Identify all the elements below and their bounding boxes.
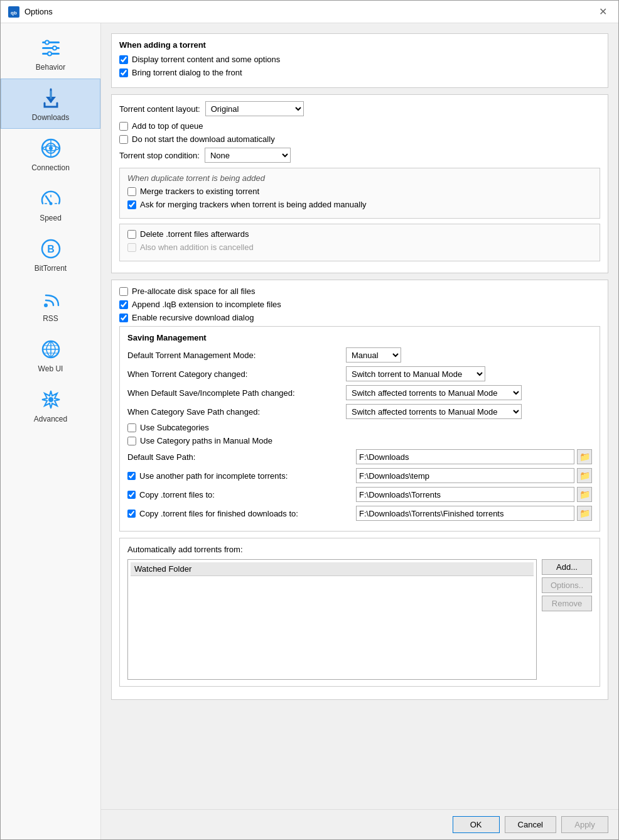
saving-management-title: Saving Management: [127, 333, 592, 342]
merge-trackers-checkbox[interactable]: [127, 187, 136, 196]
copy-torrent-finished-row: Copy .torrent files for finished downloa…: [127, 506, 592, 521]
enable-recursive-label: Enable recursive download dialog: [132, 313, 254, 322]
speed-icon: [38, 186, 63, 211]
display-content-row: Display torrent content and some options: [119, 55, 600, 64]
scroll-padding: [111, 706, 608, 769]
saving-management-section: Saving Management Default Torrent Manage…: [119, 326, 600, 532]
no-auto-start-checkbox[interactable]: [119, 135, 128, 144]
title-bar: qb Options ✕: [1, 1, 618, 23]
advanced-icon: [38, 387, 63, 412]
stop-condition-row: Torrent stop condition: None Metadata re…: [119, 148, 600, 163]
another-path-browse[interactable]: 📁: [577, 468, 592, 483]
default-save-path-row: Default Save Path: 📁: [127, 449, 592, 464]
connection-icon: [38, 136, 63, 161]
sidebar-item-advanced[interactable]: Advanced: [1, 380, 100, 430]
copy-torrent-input[interactable]: [356, 487, 574, 502]
use-category-paths-checkbox[interactable]: [127, 437, 136, 445]
content-scroll[interactable]: When adding a torrent Display torrent co…: [101, 23, 618, 809]
merge-trackers-label: Merge trackers to existing torrent: [140, 187, 259, 196]
watched-buttons: Add... Options.. Remove: [542, 559, 592, 680]
svg-point-13: [49, 202, 52, 205]
enable-recursive-checkbox[interactable]: [119, 314, 128, 322]
merge-trackers-row: Merge trackers to existing torrent: [127, 187, 592, 196]
use-subcategories-checkbox[interactable]: [127, 423, 136, 432]
webui-label: Web UI: [38, 364, 63, 373]
webui-icon: [38, 337, 63, 362]
delete-torrent-checkbox[interactable]: [127, 230, 136, 239]
content-area: When adding a torrent Display torrent co…: [101, 23, 618, 839]
window-title: Options: [24, 7, 53, 16]
display-content-label: Display torrent content and some options: [132, 55, 280, 64]
no-auto-start-row: Do not start the download automatically: [119, 134, 600, 144]
sidebar-item-downloads[interactable]: Downloads: [1, 79, 100, 129]
sidebar-item-speed[interactable]: Speed: [1, 179, 100, 229]
sidebar-item-connection[interactable]: Connection: [1, 129, 100, 179]
sidebar-item-rss[interactable]: RSS: [1, 280, 100, 330]
copy-torrent-browse[interactable]: 📁: [577, 487, 592, 502]
default-save-path-label: Default Save Path:: [127, 452, 353, 462]
append-extension-label: Append .lqB extension to incomplete file…: [132, 300, 281, 309]
bring-to-front-checkbox[interactable]: [119, 68, 128, 77]
content-layout-select[interactable]: Original Create subfolder Don't create s…: [205, 101, 304, 116]
another-path-input[interactable]: [356, 468, 574, 483]
options-watched-button[interactable]: Options..: [542, 577, 592, 593]
copy-torrent-finished-browse[interactable]: 📁: [577, 506, 592, 521]
close-button[interactable]: ✕: [595, 4, 611, 19]
svg-point-5: [45, 41, 49, 45]
files-section: Pre-allocate disk space for all files Ap…: [111, 280, 608, 700]
cancel-button[interactable]: Cancel: [505, 816, 556, 833]
sidebar-item-bittorrent[interactable]: B BitTorrent: [1, 229, 100, 280]
rss-icon: [38, 286, 63, 312]
ask-merge-row: Ask for merging trackers when torrent is…: [127, 200, 592, 209]
bittorrent-label: BitTorrent: [35, 264, 67, 273]
pre-allocate-checkbox[interactable]: [119, 287, 128, 296]
category-save-changed-label: When Category Save Path changed:: [127, 407, 341, 417]
category-changed-select[interactable]: Switch torrent to Manual Mode Switch tor…: [346, 366, 485, 381]
rss-label: RSS: [43, 314, 58, 323]
add-top-queue-checkbox[interactable]: [119, 122, 128, 131]
ok-button[interactable]: OK: [453, 816, 500, 833]
category-changed-label: When Torrent Category changed:: [127, 369, 341, 379]
stop-condition-select[interactable]: None Metadata received Files checked: [205, 148, 291, 163]
enable-recursive-row: Enable recursive download dialog: [119, 313, 600, 322]
display-content-checkbox[interactable]: [119, 55, 128, 64]
copy-torrent-finished-input[interactable]: [356, 506, 574, 521]
app-icon: qb: [8, 6, 19, 18]
adding-torrent-title: When adding a torrent: [119, 40, 600, 50]
content-layout-row: Torrent content layout: Original Create …: [119, 101, 600, 116]
copy-torrent-checkbox[interactable]: [127, 491, 136, 499]
default-mode-select[interactable]: Manual Automatic: [346, 347, 401, 363]
default-save-path-input[interactable]: [356, 449, 574, 464]
delete-torrent-section: Delete .torrent files afterwards Also wh…: [119, 224, 600, 261]
apply-button[interactable]: Apply: [561, 816, 608, 833]
svg-point-25: [48, 397, 53, 402]
connection-label: Connection: [31, 163, 70, 172]
append-extension-checkbox[interactable]: [119, 300, 128, 309]
add-top-queue-label: Add to top of queue: [132, 121, 203, 131]
another-path-checkbox[interactable]: [127, 472, 136, 480]
also-cancelled-row: Also when addition is cancelled: [127, 243, 592, 252]
default-save-path-browse[interactable]: 📁: [577, 449, 592, 464]
pre-allocate-row: Pre-allocate disk space for all files: [119, 286, 600, 296]
svg-point-6: [53, 46, 57, 50]
options-window: qb Options ✕: [0, 0, 619, 840]
layout-section: Torrent content layout: Original Create …: [111, 94, 608, 273]
sidebar-item-webui[interactable]: Web UI: [1, 330, 100, 380]
speed-label: Speed: [40, 214, 62, 222]
ask-merge-checkbox[interactable]: [127, 200, 136, 209]
duplicate-torrent-title: When duplicate torrent is being added: [127, 173, 592, 183]
sidebar: Behavior Downloads: [1, 23, 101, 839]
path-changed-row: When Default Save/Incomplete Path change…: [127, 385, 592, 400]
add-watched-button[interactable]: Add...: [542, 559, 592, 575]
remove-watched-button[interactable]: Remove: [542, 596, 592, 611]
use-subcategories-row: Use Subcategories: [127, 423, 592, 432]
path-changed-select[interactable]: Switch affected torrents to Manual Mode …: [346, 385, 522, 400]
copy-torrent-row: Copy .torrent files to: 📁: [127, 487, 592, 502]
bring-to-front-label: Bring torrent dialog to the front: [132, 68, 242, 77]
sidebar-item-behavior[interactable]: Behavior: [1, 28, 100, 79]
default-mode-label: Default Torrent Management Mode:: [127, 351, 341, 360]
also-cancelled-checkbox[interactable]: [127, 243, 136, 252]
copy-torrent-finished-checkbox[interactable]: [127, 510, 136, 518]
another-path-label: Use another path for incomplete torrents…: [127, 471, 353, 481]
category-save-changed-select[interactable]: Switch affected torrents to Manual Mode …: [346, 404, 522, 419]
